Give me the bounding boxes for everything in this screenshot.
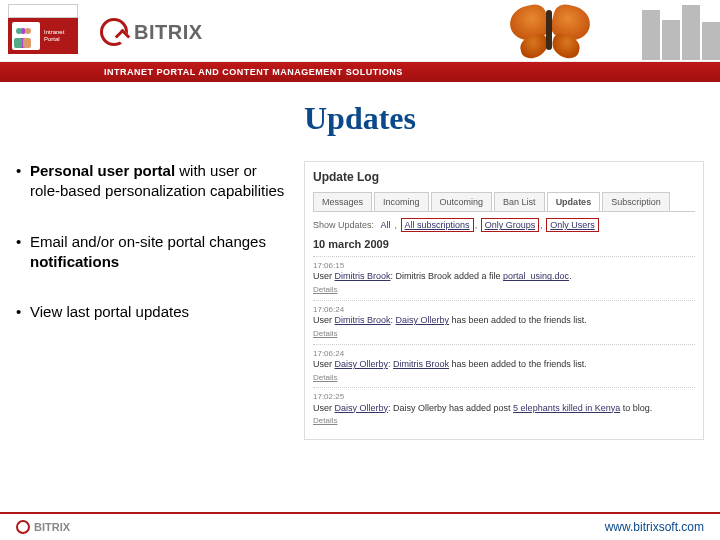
filter-only-users[interactable]: Only Users <box>546 218 599 232</box>
log-entry: 17:06:24User Dimitris Brook: Daisy Oller… <box>313 300 695 344</box>
bullet-list: Personal user portal with user or role-b… <box>16 161 286 440</box>
tab-incoming[interactable]: Incoming <box>374 192 429 211</box>
tagline-text: INTRANET PORTAL AND CONTENT MANAGEMENT S… <box>104 67 403 77</box>
bullet-item: View last portal updates <box>16 302 286 322</box>
tab-subscription[interactable]: Subscription <box>602 192 670 211</box>
cityscape-icon <box>600 0 720 60</box>
details-link[interactable]: Details <box>313 416 337 426</box>
filter-all-subs[interactable]: All subscriptions <box>401 218 474 232</box>
details-link[interactable]: Details <box>313 329 337 339</box>
entry-object-link[interactable]: Daisy Ollerby <box>396 315 450 325</box>
entry-time: 17:06:15 <box>313 261 695 271</box>
brand-logo: BITRIX <box>100 18 203 46</box>
tagline-bar: INTRANET PORTAL AND CONTENT MANAGEMENT S… <box>0 62 720 82</box>
footer-logo: BITRIX <box>16 520 70 534</box>
tab-outcoming[interactable]: Outcoming <box>431 192 493 211</box>
entry-user-link[interactable]: Daisy Ollerby <box>335 403 389 413</box>
filter-only-groups[interactable]: Only Groups <box>481 218 540 232</box>
entry-user-link[interactable]: Dimitris Brook <box>335 315 391 325</box>
tab-updates[interactable]: Updates <box>547 192 601 211</box>
tab-banlist[interactable]: Ban List <box>494 192 545 211</box>
bullet-item: Personal user portal with user or role-b… <box>16 161 286 202</box>
entry-object-link[interactable]: Dimitris Brook <box>393 359 449 369</box>
tab-messages[interactable]: Messages <box>313 192 372 211</box>
entry-user-link[interactable]: Dimitris Brook <box>335 271 391 281</box>
details-link[interactable]: Details <box>313 373 337 383</box>
embedded-screenshot: Update Log Messages Incoming Outcoming B… <box>304 161 704 440</box>
entry-user-link[interactable]: Daisy Ollerby <box>335 359 389 369</box>
log-entry: 17:06:24User Daisy Ollerby: Dimitris Bro… <box>313 344 695 388</box>
product-box-icon: IntranetPortal <box>8 4 78 54</box>
butterfly-icon <box>510 2 590 58</box>
entry-object-link[interactable]: 5 elephants killed in Kenya <box>513 403 620 413</box>
details-link[interactable]: Details <box>313 285 337 295</box>
slide-footer: BITRIX www.bitrixsoft.com <box>0 512 720 540</box>
date-heading: 10 march 2009 <box>313 238 695 250</box>
bullet-item: Email and/or on-site portal changes noti… <box>16 232 286 273</box>
filter-all[interactable]: All <box>378 219 394 231</box>
slide-content: Personal user portal with user or role-b… <box>0 161 720 440</box>
slide-header: IntranetPortal BITRIX <box>0 0 720 62</box>
logo-circle-icon <box>16 520 30 534</box>
people-icon <box>12 22 40 50</box>
footer-url: www.bitrixsoft.com <box>605 520 704 534</box>
entry-object-link[interactable]: portal_using.doc <box>503 271 569 281</box>
brand-name: BITRIX <box>134 21 203 44</box>
entry-time: 17:02:25 <box>313 392 695 402</box>
entry-list: 17:06:15User Dimitris Brook: Dimitris Br… <box>313 256 695 431</box>
entry-time: 17:06:24 <box>313 305 695 315</box>
entry-time: 17:06:24 <box>313 349 695 359</box>
log-entry: 17:06:15User Dimitris Brook: Dimitris Br… <box>313 256 695 300</box>
filter-row: Show Updates: All, All subscriptions, On… <box>313 220 695 230</box>
tab-bar: Messages Incoming Outcoming Ban List Upd… <box>313 192 695 212</box>
panel-title: Update Log <box>313 170 695 184</box>
slide-title: Updates <box>0 100 720 137</box>
footer-brand: BITRIX <box>34 521 70 533</box>
log-entry: 17:02:25User Daisy Ollerby: Daisy Ollerb… <box>313 387 695 431</box>
logo-circle-icon <box>100 18 128 46</box>
